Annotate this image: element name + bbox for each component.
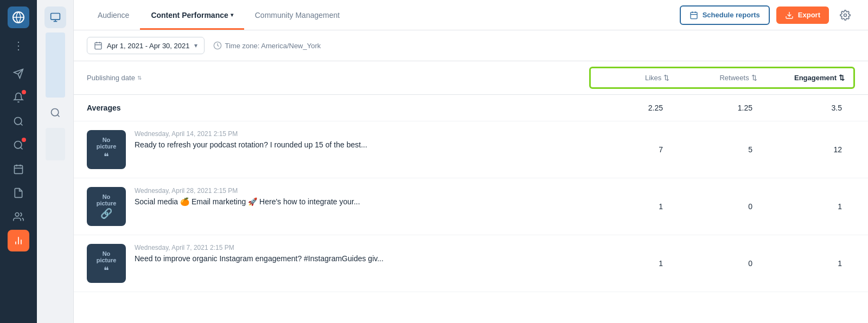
calendar-filter-icon [94, 41, 103, 50]
post-date: Wednesday, April 14, 2021 2:15 PM [135, 130, 589, 138]
tab-audience[interactable]: Audience [87, 0, 140, 30]
averages-label: Averages [87, 104, 589, 112]
chevron-filter-icon: ▾ [194, 42, 197, 49]
post-retweets: 0 [676, 202, 765, 211]
metrics-header-group: Likes ⇅ Retweets ⇅ Engagement ⇅ [589, 67, 855, 89]
team-icon[interactable] [8, 206, 29, 228]
averages-engagement: 3.5 [765, 104, 855, 112]
logo-icon[interactable] [8, 7, 29, 28]
svg-rect-26 [95, 43, 101, 49]
post-info: Wednesday, April 14, 2021 2:15 PM Ready … [135, 130, 589, 151]
content-table: Publishing date ⇅ Likes ⇅ Retweets ⇅ Eng… [74, 61, 868, 323]
notifications-icon[interactable] [8, 87, 29, 108]
engagement-header[interactable]: Engagement ⇅ [766, 68, 853, 87]
publishing-date-header[interactable]: Publishing date ⇅ [87, 74, 589, 82]
more-options-icon[interactable]: ⋮ [9, 35, 28, 56]
post-thumbnail: No picture ❝ [87, 130, 126, 169]
svg-point-25 [844, 14, 847, 16]
post-text: Ready to refresh your podcast rotation? … [135, 140, 589, 151]
sort-icon: ⇅ [137, 75, 142, 81]
averages-retweets: 1.25 [676, 104, 765, 112]
svg-line-6 [21, 147, 23, 150]
post-content: No picture ❝ Wednesday, April 7, 2021 2:… [87, 244, 589, 283]
post-likes: 7 [589, 145, 676, 154]
post-text: Need to improve organic Instagram engage… [135, 254, 589, 264]
clock-icon [213, 41, 222, 50]
engagement-sort-icon: ⇅ [839, 74, 845, 82]
post-retweets: 0 [676, 259, 765, 268]
sidebar-search-icon[interactable] [44, 102, 66, 124]
svg-line-19 [57, 115, 59, 117]
post-date: Wednesday, April 7, 2021 2:15 PM [135, 244, 589, 251]
svg-rect-20 [691, 12, 697, 18]
gear-icon [840, 10, 851, 21]
social-listening-icon[interactable] [8, 134, 29, 156]
secondary-sidebar [37, 0, 74, 323]
schedule-icon[interactable] [8, 158, 29, 180]
schedule-reports-button[interactable]: Schedule reports [680, 5, 770, 25]
quote-icon: 🔗 [100, 208, 112, 219]
retweets-header[interactable]: Retweets ⇅ [678, 68, 765, 87]
post-date: Wednesday, April 28, 2021 2:15 PM [135, 187, 589, 195]
post-content: No picture 🔗 Wednesday, April 28, 2021 2… [87, 187, 589, 226]
post-engagement: 12 [765, 145, 855, 154]
post-thumbnail: No picture ❝ [87, 244, 126, 283]
post-text: Social media 🍊 Email marketing 🚀 Here's … [135, 197, 589, 208]
post-content: No picture ❝ Wednesday, April 14, 2021 2… [87, 130, 589, 169]
svg-rect-15 [50, 14, 60, 20]
no-picture-label: No [103, 137, 111, 143]
post-engagement: 1 [765, 202, 855, 211]
averages-row: Averages 2.25 1.25 3.5 [74, 95, 868, 121]
no-picture-label2: picture [97, 257, 117, 263]
notification-badge [22, 90, 26, 94]
search-icon[interactable] [8, 111, 29, 132]
settings-button[interactable] [835, 5, 855, 25]
post-likes: 1 [589, 202, 676, 211]
no-picture-label: No [103, 250, 111, 257]
tab-content-performance[interactable]: Content Performance ▾ [140, 0, 244, 30]
quote-icon: ❝ [104, 264, 109, 276]
main-content: Audience Content Performance ▾ Community… [74, 0, 868, 323]
svg-point-3 [15, 118, 22, 125]
table-row[interactable]: No picture ❝ Wednesday, April 7, 2021 2:… [74, 235, 868, 292]
post-retweets: 5 [676, 145, 765, 154]
post-info: Wednesday, April 28, 2021 2:15 PM Social… [135, 187, 589, 208]
post-engagement: 1 [765, 259, 855, 268]
filters-bar: Apr 1, 2021 - Apr 30, 2021 ▾ Time zone: … [74, 30, 868, 61]
top-navigation: Audience Content Performance ▾ Community… [74, 0, 868, 30]
averages-likes: 2.25 [589, 104, 676, 112]
calendar-icon [690, 11, 698, 20]
post-likes: 1 [589, 259, 676, 268]
main-sidebar: ⋮ [0, 0, 37, 323]
svg-rect-7 [15, 165, 23, 173]
listening-badge [22, 138, 26, 142]
content-icon[interactable] [8, 182, 29, 204]
nav-actions: Schedule reports Export [680, 5, 855, 25]
post-info: Wednesday, April 7, 2021 2:15 PM Need to… [135, 244, 589, 264]
sidebar-highlight-bar [46, 33, 65, 98]
svg-line-4 [21, 124, 23, 126]
chevron-down-icon: ▾ [231, 12, 233, 18]
table-row[interactable]: No picture ❝ Wednesday, April 14, 2021 2… [74, 121, 868, 178]
likes-header[interactable]: Likes ⇅ [591, 68, 678, 87]
analytics-icon[interactable] [8, 230, 29, 251]
sidebar-bar2 [46, 128, 65, 160]
svg-point-11 [15, 213, 19, 217]
export-button[interactable]: Export [776, 7, 829, 24]
quote-icon: ❝ [104, 151, 109, 163]
no-picture-label2: picture [97, 200, 117, 206]
svg-point-18 [51, 109, 58, 116]
svg-point-5 [15, 141, 22, 148]
compose-icon[interactable] [8, 63, 29, 85]
no-picture-label2: picture [97, 143, 117, 150]
tab-community-management[interactable]: Community Management [244, 0, 350, 30]
post-thumbnail: No picture 🔗 [87, 187, 126, 226]
timezone-display: Time zone: America/New_York [213, 41, 321, 50]
no-picture-label: No [103, 193, 111, 200]
table-row[interactable]: No picture 🔗 Wednesday, April 28, 2021 2… [74, 178, 868, 235]
retweets-sort-icon: ⇅ [751, 74, 757, 82]
download-icon [785, 11, 794, 20]
nav-tabs: Audience Content Performance ▾ Community… [87, 0, 350, 30]
date-range-picker[interactable]: Apr 1, 2021 - Apr 30, 2021 ▾ [87, 37, 205, 54]
analytics-panel-icon[interactable] [44, 7, 66, 28]
